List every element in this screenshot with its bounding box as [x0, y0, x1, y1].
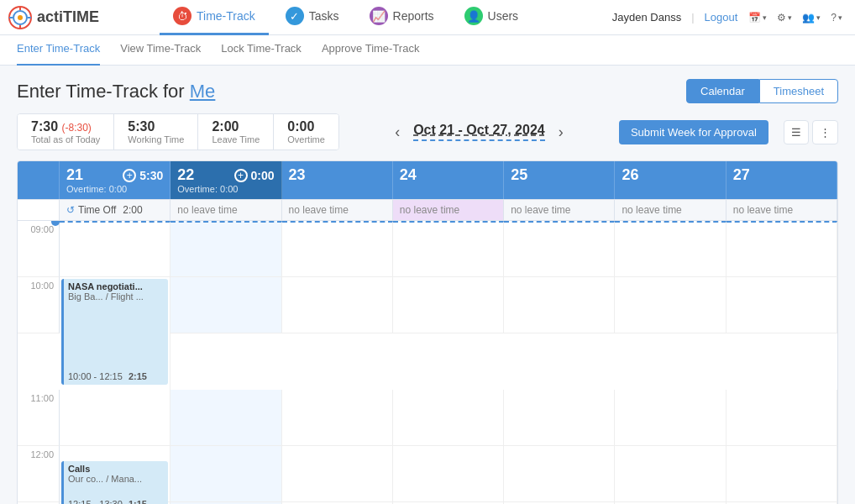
- cell-10-21[interactable]: NASA negotiati... Big Ba... / Flight ...…: [60, 277, 170, 390]
- team-icon-btn[interactable]: 👥 ▾: [798, 9, 825, 26]
- stat-overtime: 0:00 Overtime: [274, 114, 338, 150]
- leave-cell-24[interactable]: no leave time: [393, 200, 504, 220]
- day-27-num: 27: [733, 166, 750, 184]
- cell-10-25[interactable]: [504, 277, 615, 333]
- cell-10-23[interactable]: [282, 277, 393, 333]
- cell-09-24[interactable]: [393, 221, 504, 277]
- calendar: 21 + 5:30 Overtime: 0:00 22 + 0:00: [17, 160, 838, 504]
- cell-09-23[interactable]: [282, 221, 393, 277]
- cell-09-26[interactable]: [615, 221, 726, 277]
- logo-text: actiTIME: [37, 8, 99, 26]
- event-nasa-duration: 2:15: [129, 371, 147, 381]
- day-22-time: 0:00: [251, 169, 275, 182]
- logout-link[interactable]: Logout: [705, 11, 738, 24]
- cell-10-26[interactable]: [615, 277, 726, 333]
- cell-11-24[interactable]: [393, 390, 504, 446]
- time-10: 10:00: [18, 277, 60, 333]
- cell-12-22[interactable]: [170, 446, 281, 502]
- day-header-25: 25: [504, 161, 615, 199]
- settings-icon-btn[interactable]: ⚙ ▾: [773, 9, 796, 26]
- leave-cell-27[interactable]: no leave time: [726, 200, 837, 220]
- stat-overtime-label: Overtime: [287, 134, 325, 144]
- nav-users[interactable]: 👤 Users: [451, 0, 532, 35]
- cell-12-23[interactable]: [282, 446, 393, 502]
- cell-12-27[interactable]: [726, 446, 837, 502]
- cell-12-21[interactable]: Calls Our co... / Mana... 12:15 - 13:30 …: [60, 446, 170, 502]
- event-calls[interactable]: Calls Our co... / Mana... 12:15 - 13:30 …: [61, 461, 168, 504]
- nav-tasks[interactable]: ✓ Tasks: [272, 0, 353, 35]
- timetrack-icon: ⏱: [173, 7, 191, 25]
- time-11: 11:00: [18, 390, 60, 446]
- leave-cell-21[interactable]: ↺ Time Off 2:00: [60, 200, 170, 220]
- calendar-view-btn[interactable]: Calendar: [686, 79, 759, 103]
- user-link[interactable]: Me: [190, 81, 216, 102]
- stat-working: 5:30 Working Time: [114, 114, 198, 150]
- day-22-add[interactable]: + 0:00: [234, 169, 275, 182]
- leave-cell-25[interactable]: no leave time: [504, 200, 615, 220]
- help-icon-btn[interactable]: ? ▾: [826, 9, 847, 26]
- subnav-enter-timetrack[interactable]: Enter Time-Track: [17, 35, 100, 66]
- cell-11-22[interactable]: [170, 390, 281, 446]
- main-nav: ⏱ Time-Track ✓ Tasks 📈 Reports 👤 Users: [160, 0, 612, 35]
- leave-cell-22[interactable]: no leave time: [170, 200, 281, 220]
- cell-11-23[interactable]: [282, 390, 393, 446]
- nav-users-label: Users: [488, 9, 519, 23]
- menu-buttons: ☰ ⋮: [784, 120, 838, 144]
- prev-week-btn[interactable]: ‹: [388, 120, 407, 144]
- cell-09-25[interactable]: [504, 221, 615, 277]
- day-21-overtime: Overtime: 0:00: [66, 184, 127, 194]
- leave-cell-26[interactable]: no leave time: [615, 200, 726, 220]
- chevron-down-icon4: ▾: [838, 13, 842, 22]
- stat-working-value: 5:30: [128, 119, 184, 134]
- subnav-approve-timetrack[interactable]: Approve Time-Track: [322, 35, 420, 66]
- nav-timetrack[interactable]: ⏱ Time-Track: [160, 0, 269, 35]
- cell-09-21[interactable]: [60, 221, 170, 277]
- day-21-add[interactable]: + 5:30: [123, 169, 163, 182]
- event-calls-subtitle: Our co... / Mana...: [68, 474, 164, 484]
- event-nasa-subtitle: Big Ba... / Flight ...: [68, 291, 164, 302]
- stat-overtime-value: 0:00: [287, 119, 325, 134]
- leave-time-21: 2:00: [123, 204, 142, 216]
- more-options-btn[interactable]: ⋮: [812, 120, 838, 144]
- cell-11-21[interactable]: [60, 390, 170, 446]
- nav-reports-label: Reports: [393, 9, 434, 23]
- leave-label-21: Time Off: [78, 204, 116, 216]
- day-header-21: 21 + 5:30 Overtime: 0:00: [60, 161, 170, 199]
- cell-11-27[interactable]: [726, 390, 837, 446]
- logo-icon: [8, 6, 32, 29]
- cell-12-26[interactable]: [615, 446, 726, 502]
- cell-10-24[interactable]: [393, 277, 504, 333]
- timesheet-view-btn[interactable]: Timesheet: [759, 79, 838, 103]
- subnav-lock-timetrack[interactable]: Lock Time-Track: [221, 35, 302, 66]
- chevron-down-icon: ▾: [763, 13, 767, 22]
- nav-reports[interactable]: 📈 Reports: [356, 0, 448, 35]
- calendar-icon-btn[interactable]: 📅 ▾: [744, 9, 771, 26]
- svg-point-2: [18, 15, 23, 20]
- header-right: Jayden Danss | Logout 📅 ▾ ⚙ ▾ 👥 ▾ ? ▾: [612, 9, 847, 26]
- submit-week-btn[interactable]: Submit Week for Approval: [619, 120, 768, 144]
- page-title-row: Enter Time-Track for Me Calendar Timeshe…: [17, 79, 838, 103]
- event-nasa[interactable]: NASA negotiati... Big Ba... / Flight ...…: [61, 279, 168, 385]
- day-header-27: 27: [726, 161, 837, 199]
- cell-09-22[interactable]: [170, 221, 281, 277]
- chevron-down-icon3: ▾: [816, 13, 821, 22]
- list-view-btn[interactable]: ☰: [784, 120, 809, 144]
- day-header-24: 24: [393, 161, 504, 199]
- next-week-btn[interactable]: ›: [552, 120, 570, 144]
- day-26-num: 26: [622, 166, 638, 184]
- cell-10-27[interactable]: [726, 277, 837, 333]
- cell-12-25[interactable]: [504, 446, 615, 502]
- time-header-col: [18, 161, 60, 199]
- cell-10-22[interactable]: [170, 277, 281, 333]
- leave-cell-23[interactable]: no leave time: [282, 200, 393, 220]
- cell-11-26[interactable]: [615, 390, 726, 446]
- cell-09-27[interactable]: [726, 221, 837, 277]
- day-header-26: 26: [615, 161, 726, 199]
- stat-total-label: Total as of Today: [31, 134, 100, 144]
- cell-12-24[interactable]: [393, 446, 504, 502]
- cell-11-25[interactable]: [504, 390, 615, 446]
- subnav-view-timetrack[interactable]: View Time-Track: [120, 35, 201, 66]
- leave-label-25: no leave time: [511, 204, 570, 216]
- week-range[interactable]: Oct 21 - Oct 27, 2024: [413, 123, 545, 141]
- reports-icon: 📈: [370, 7, 388, 25]
